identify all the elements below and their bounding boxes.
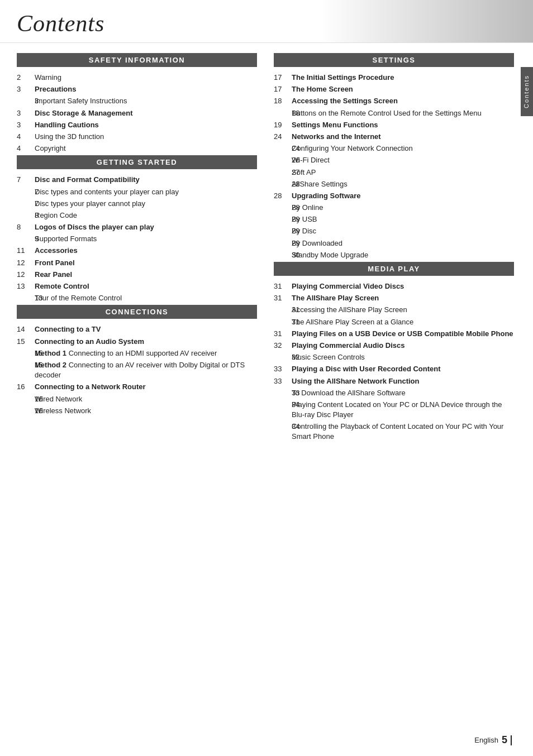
toc-entry-text: Important Safety Instructions — [35, 96, 127, 106]
toc-entry-text: The Home Screen — [292, 84, 353, 94]
toc-entry-text: Settings Menu Functions — [292, 120, 378, 130]
toc-entry-text: Method 1 Connecting to an HDMI supported… — [35, 348, 217, 358]
toc-page-num: 4 — [17, 132, 35, 142]
toc-entry-text: AllShare Settings — [292, 179, 348, 189]
section-header-connections: CONNECTIONS — [17, 305, 257, 319]
toc-entry-text: By USB — [292, 214, 317, 224]
toc-entry-text: Controlling the Playback of Content Loca… — [292, 422, 514, 442]
toc-page-num: 3 — [17, 108, 35, 118]
toc-entry-text: By Downloaded — [292, 238, 342, 248]
toc-entry: 15Method 1 Connecting to an HDMI support… — [17, 348, 257, 358]
toc-page-num: 31 — [274, 329, 292, 339]
toc-entry: 27Soft AP — [274, 168, 514, 178]
toc-entry: 32Music Screen Controls — [274, 352, 514, 362]
toc-entry-text: Tour of the Remote Control — [35, 293, 122, 303]
page-footer: English 5 — [474, 734, 512, 746]
toc-entry: 3Precautions — [17, 84, 257, 94]
toc-entry: 3Important Safety Instructions — [17, 96, 257, 106]
toc-entry: 28By Online — [274, 203, 514, 213]
toc-entry: 16Wireless Network — [17, 406, 257, 416]
toc-entry: 33Using the AllShare Network Function — [274, 376, 514, 386]
toc-page-num: 17 — [274, 84, 292, 94]
toc-entry: 16Connecting to a Network Router — [17, 382, 257, 392]
toc-entry: 12Rear Panel — [17, 270, 257, 280]
toc-page-num: 31 — [274, 281, 292, 291]
toc-entry: 12Front Panel — [17, 258, 257, 268]
toc-entry: 11Accessories — [17, 246, 257, 256]
toc-entry: 17The Home Screen — [274, 84, 514, 94]
toc-entry: 28AllShare Settings — [274, 179, 514, 189]
toc-page-num: 24 — [274, 132, 292, 142]
toc-entry-text: Connecting to an Audio System — [35, 337, 144, 347]
toc-entry: 13Remote Control — [17, 281, 257, 291]
toc-entry: 31Accessing the AllShare Play Screen — [274, 305, 514, 315]
toc-page-num: 33 — [274, 376, 292, 386]
toc-entry-text: Playing Commercial Audio Discs — [292, 341, 405, 351]
page-header: Contents — [0, 0, 533, 43]
toc-entry-text: Disc types and contents your player can … — [35, 187, 179, 197]
toc-page-num: 11 — [17, 246, 35, 256]
toc-entry-text: The Initial Settings Procedure — [292, 73, 394, 83]
toc-entry-text: Upgrading Software — [292, 191, 361, 201]
footer-num: 5 — [502, 734, 507, 746]
toc-page-num: 14 — [17, 324, 35, 334]
toc-entry: 31The AllShare Play Screen — [274, 293, 514, 303]
toc-entry-text: Wi-Fi Direct — [292, 155, 330, 165]
toc-page-num: 2 — [17, 73, 35, 83]
toc-entry-text: Accessing the AllShare Play Screen — [292, 305, 407, 315]
toc-entry-text: Remote Control — [35, 281, 89, 291]
toc-entry-text: Disc Storage & Management — [35, 108, 133, 118]
section-settings: SETTINGS17The Initial Settings Procedure… — [274, 53, 514, 260]
toc-page-num: 33 — [274, 364, 292, 374]
toc-page-num: 3 — [17, 120, 35, 130]
toc-entry: 24Configuring Your Network Connection — [274, 143, 514, 154]
toc-entry-text: Disc types your player cannot play — [35, 199, 145, 209]
toc-entry-text: Networks and the Internet — [292, 132, 381, 142]
toc-entry-text: By Disc — [292, 226, 316, 236]
toc-entry-text: Copyright — [35, 143, 66, 154]
toc-entry: 4Copyright — [17, 143, 257, 154]
toc-entry-text: Handling Cautions — [35, 120, 99, 130]
toc-entry: 17The Initial Settings Procedure — [274, 73, 514, 83]
toc-entry: 30Standby Mode Upgrade — [274, 250, 514, 260]
toc-entry-text: Warning — [35, 73, 61, 83]
toc-page-num: 8 — [17, 222, 35, 232]
toc-entry: 33Playing a Disc with User Recorded Cont… — [274, 364, 514, 374]
toc-page-num: 31 — [274, 293, 292, 303]
toc-entry-text: Buttons on the Remote Control Used for t… — [292, 108, 482, 118]
toc-entry: 29By Disc — [274, 226, 514, 236]
toc-entry-text: Method 2 Connecting to an AV receiver wi… — [35, 360, 257, 380]
toc-entry: 4Using the 3D function — [17, 132, 257, 142]
toc-entry: 14Connecting to a TV — [17, 324, 257, 334]
toc-page-num: 17 — [274, 73, 292, 83]
section-header-settings: SETTINGS — [274, 53, 514, 67]
toc-entry: 31Playing Commercial Video Discs — [274, 281, 514, 291]
toc-entry-text: Soft AP — [292, 168, 316, 178]
left-column: SAFETY INFORMATION2Warning3Precautions3I… — [17, 53, 257, 444]
toc-entry-text: By Online — [292, 203, 323, 213]
toc-entry-text: Supported Formats — [35, 234, 97, 244]
toc-entry-text: Playing Files on a USB Device or USB Com… — [292, 329, 513, 339]
toc-entry-text: Connecting to a TV — [35, 324, 101, 334]
toc-entry-text: Playing a Disc with User Recorded Conten… — [292, 364, 441, 374]
toc-entry-text: Region Code — [35, 210, 77, 221]
toc-entry: 34Playing Content Located on Your PC or … — [274, 400, 514, 420]
toc-entry-text: Music Screen Controls — [292, 352, 365, 362]
toc-entry-text: To Download the AllShare Software — [292, 388, 406, 398]
toc-entry-text: Playing Content Located on Your PC or DL… — [292, 400, 514, 420]
toc-entry: 29By Downloaded — [274, 238, 514, 248]
toc-entry: 3Handling Cautions — [17, 120, 257, 130]
toc-entry: 32Playing Commercial Audio Discs — [274, 341, 514, 351]
section-header-getting_started: GETTING STARTED — [17, 155, 257, 169]
page-title: Contents — [17, 11, 104, 36]
toc-entry: 31Playing Files on a USB Device or USB C… — [274, 329, 514, 339]
toc-page-num: 7 — [17, 175, 35, 185]
toc-entry-text: Accessories — [35, 246, 78, 256]
section-getting_started: GETTING STARTED7Disc and Format Compatib… — [17, 155, 257, 303]
toc-page-num: 4 — [17, 143, 35, 154]
toc-page-num: 18 — [274, 96, 292, 106]
toc-entry: 9Supported Formats — [17, 234, 257, 244]
toc-page-num: 3 — [17, 84, 35, 94]
toc-entry: 13Tour of the Remote Control — [17, 293, 257, 303]
section-header-media_play: MEDIA PLAY — [274, 262, 514, 276]
